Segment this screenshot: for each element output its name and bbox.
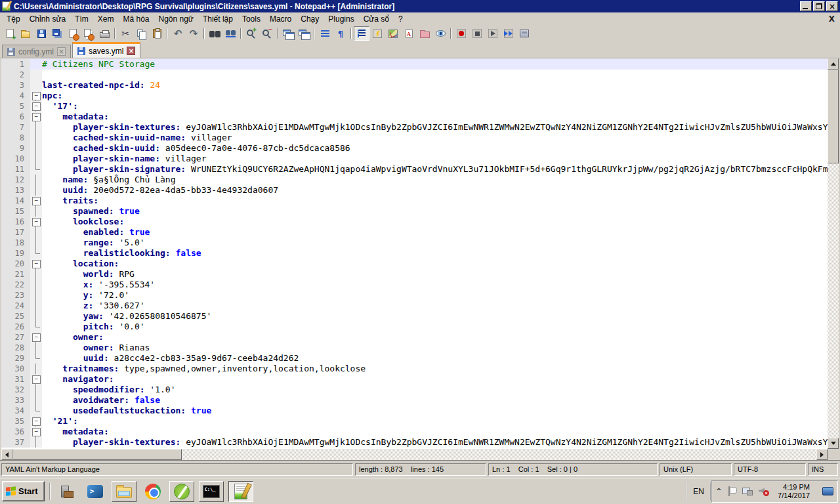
code-text[interactable]: # Citizens NPC Storage <box>42 59 828 70</box>
code-text[interactable]: range: '5.0' <box>42 238 828 248</box>
fold-collapse-box[interactable] <box>30 416 42 427</box>
code-text[interactable]: avoidwater: false <box>42 395 828 406</box>
close-document-button[interactable]: X <box>829 14 835 24</box>
zoom-in-button[interactable] <box>243 26 259 41</box>
close-button[interactable]: × <box>826 1 838 11</box>
tab-close-icon[interactable]: × <box>127 47 135 55</box>
redo-button[interactable]: ↷ <box>186 26 201 41</box>
code-text[interactable]: '17': <box>42 101 828 112</box>
fold-collapse-box[interactable] <box>30 427 42 437</box>
menu-item-thi-t-l-p[interactable]: Thiết lập <box>198 13 238 25</box>
undo-button[interactable]: ↶ <box>170 26 186 41</box>
code-text[interactable]: '21': <box>42 416 828 427</box>
code-text[interactable]: player-skin-signature: WrUNEZtYkiQ9UCY6R… <box>42 164 828 175</box>
scroll-left-button[interactable] <box>1 449 12 460</box>
code-text[interactable]: uuid: a28cc4e2-cb83-35a9-9d67-ceeb4a24d2… <box>42 353 828 364</box>
folder-as-workspace-button[interactable] <box>417 26 432 41</box>
find-button[interactable] <box>207 26 222 41</box>
macro-record-button[interactable] <box>453 26 469 41</box>
horizontal-scroll-track[interactable] <box>12 449 816 460</box>
title-bar[interactable]: C:\Users\Administrator\Desktop\RPG Survi… <box>0 0 840 12</box>
code-text[interactable]: traitnames: type,spawned,owner,inventory… <box>42 364 828 374</box>
code-text[interactable]: cached-skin-uuid-name: villager <box>42 133 828 143</box>
macro-stop-button[interactable] <box>469 26 485 41</box>
code-text[interactable]: last-created-npc-id: 24 <box>42 80 828 91</box>
save-all-button[interactable] <box>49 26 65 41</box>
menu-item-t-m[interactable]: Tìm <box>70 13 93 25</box>
fold-collapse-box[interactable] <box>30 332 42 343</box>
fold-collapse-box[interactable] <box>30 259 42 269</box>
file-monitoring-button[interactable] <box>432 26 448 41</box>
powershell-icon[interactable]: > <box>83 481 107 502</box>
menu-item-?[interactable]: ? <box>394 13 408 25</box>
code-text[interactable]: speedmodifier: '1.0' <box>42 385 828 395</box>
code-text[interactable]: yaw: '42.026580810546875' <box>42 311 828 322</box>
fold-collapse-box[interactable] <box>30 217 42 227</box>
menu-item-tools[interactable]: Tools <box>238 13 265 25</box>
sync-horizontal-scrolling-button[interactable] <box>296 26 312 41</box>
function-list-button[interactable] <box>369 26 385 41</box>
horizontal-scroll-thumb[interactable] <box>12 449 182 460</box>
sync-vertical-scrolling-button[interactable] <box>280 26 296 41</box>
tab-close-icon[interactable]: × <box>57 47 66 56</box>
language-indicator[interactable]: EN <box>687 487 710 496</box>
code-text[interactable]: name: §a§lÔng Chủ Làng <box>42 175 828 185</box>
text-area[interactable]: 1# Citizens NPC Storage23last-created-np… <box>1 58 828 449</box>
menu-item-m-h-a[interactable]: Mã hóa <box>118 13 154 25</box>
code-text[interactable]: owner: <box>42 332 828 343</box>
macro-playback-button[interactable] <box>485 26 501 41</box>
restore-button[interactable] <box>813 1 825 11</box>
menu-item-plugins[interactable]: Plugins <box>324 13 358 25</box>
code-text[interactable]: metadata: <box>42 427 828 437</box>
paste-button[interactable] <box>149 26 165 41</box>
code-text[interactable]: npc: <box>42 91 828 101</box>
menu-item-c-a-s-[interactable]: Cửa sổ <box>359 13 394 25</box>
code-text[interactable]: cached-skin-uuid: a05deec0-7a0e-4076-87c… <box>42 143 828 154</box>
code-text[interactable]: realisticlooking: false <box>42 248 828 259</box>
document-map-button[interactable] <box>385 26 401 41</box>
menu-item-macro[interactable]: Macro <box>265 13 296 25</box>
replace-button[interactable] <box>222 26 238 41</box>
clock[interactable]: 4:19 PM 7/14/2017 <box>778 483 810 500</box>
scroll-up-button[interactable] <box>828 58 839 70</box>
show-all-characters-button[interactable]: ¶ <box>333 26 348 41</box>
document-panel-button[interactable] <box>401 26 417 41</box>
show-desktop-button[interactable] <box>822 487 833 495</box>
code-text[interactable]: world: RPG <box>42 269 828 280</box>
network-icon[interactable] <box>742 487 753 495</box>
code-text[interactable]: player-skin-textures: eyJOaW1lc3RhbXAiOj… <box>42 122 828 133</box>
server-manager-icon[interactable] <box>55 481 79 502</box>
code-text[interactable]: player-skin-name: villager <box>42 154 828 164</box>
action-center-flag-icon[interactable] <box>728 486 736 496</box>
code-text[interactable]: usedefaultstuckaction: true <box>42 406 828 416</box>
start-button[interactable]: Start <box>2 481 45 501</box>
command-prompt-taskbar-button[interactable]: C:\_ <box>199 481 224 502</box>
close-document-button[interactable] <box>65 26 81 41</box>
copy-button[interactable] <box>133 26 149 41</box>
code-text[interactable]: location: <box>42 259 828 269</box>
code-text[interactable]: traits: <box>42 196 828 206</box>
menu-item-ng-n-ng-[interactable]: Ngôn ngữ <box>154 13 198 25</box>
menu-item-ch-nh-s-a[interactable]: Chỉnh sửa <box>25 13 70 25</box>
fold-collapse-box[interactable] <box>30 101 42 112</box>
menu-item-ch-y[interactable]: Chạy <box>296 13 324 25</box>
scroll-down-button[interactable] <box>828 438 839 449</box>
notepad-plus-plus-taskbar-button[interactable] <box>228 481 253 502</box>
new-file-button[interactable] <box>2 26 18 41</box>
show-hidden-icons-chevron-icon[interactable]: ^ <box>716 487 722 495</box>
menu-item-xem[interactable]: Xem <box>93 13 119 25</box>
macro-run-multiple-button[interactable] <box>501 26 516 41</box>
scroll-right-button[interactable] <box>816 449 828 460</box>
zoom-out-button[interactable] <box>259 26 275 41</box>
code-text[interactable]: pitch: '0.0' <box>42 322 828 332</box>
word-wrap-button[interactable] <box>317 26 333 41</box>
green-app-taskbar-button[interactable] <box>169 481 194 502</box>
fold-collapse-box[interactable] <box>30 112 42 122</box>
code-text[interactable] <box>42 70 828 80</box>
save-button[interactable] <box>33 26 49 41</box>
code-text[interactable]: x: '-395.5534' <box>42 280 828 290</box>
code-text[interactable]: metadata: <box>42 112 828 122</box>
vertical-scroll-thumb[interactable] <box>828 70 839 163</box>
tab-saves-yml[interactable]: saves.yml× <box>72 42 140 58</box>
vertical-scrollbar[interactable] <box>828 58 839 449</box>
